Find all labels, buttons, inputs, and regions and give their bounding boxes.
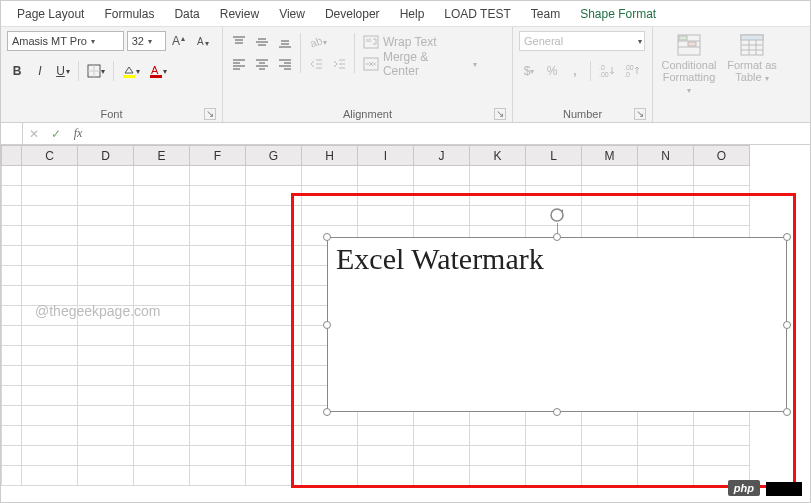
svg-text:▾: ▾ xyxy=(205,39,209,48)
textbox-shape[interactable]: Excel Watermark xyxy=(327,237,787,412)
resize-handle[interactable] xyxy=(323,321,331,329)
column-header[interactable]: G xyxy=(246,146,302,166)
tab-formulas[interactable]: Formulas xyxy=(94,3,164,26)
formula-bar: ✕ ✓ fx xyxy=(1,123,810,145)
svg-rect-49 xyxy=(688,42,696,46)
fx-icon[interactable]: fx xyxy=(67,126,89,141)
svg-text:A: A xyxy=(172,34,180,48)
svg-rect-48 xyxy=(679,36,687,40)
column-header[interactable]: K xyxy=(470,146,526,166)
resize-handle[interactable] xyxy=(783,408,791,416)
borders-button[interactable]: ▾ xyxy=(84,61,108,81)
bold-button[interactable]: B xyxy=(7,61,27,81)
conditional-formatting-icon xyxy=(676,33,702,57)
watermark-text: @thegeekpage.com xyxy=(35,303,161,319)
svg-text:ab: ab xyxy=(309,35,323,49)
align-center-button[interactable] xyxy=(252,54,272,74)
black-badge xyxy=(766,482,802,496)
tab-page-layout[interactable]: Page Layout xyxy=(7,3,94,26)
tab-data[interactable]: Data xyxy=(164,3,209,26)
font-size-dropdown[interactable]: 32 ▾ xyxy=(127,31,167,51)
svg-text:▴: ▴ xyxy=(181,34,185,43)
column-header[interactable]: D xyxy=(78,146,134,166)
tab-view[interactable]: View xyxy=(269,3,315,26)
font-color-button[interactable]: A▾ xyxy=(146,61,170,81)
increase-font-size-button[interactable]: A▴ xyxy=(169,31,191,51)
resize-handle[interactable] xyxy=(783,321,791,329)
alignment-group-label: Alignment ↘ xyxy=(229,106,506,120)
resize-handle[interactable] xyxy=(783,233,791,241)
number-dialog-launcher[interactable]: ↘ xyxy=(634,108,646,120)
tab-team[interactable]: Team xyxy=(521,3,570,26)
svg-text:.0: .0 xyxy=(624,71,630,78)
column-header[interactable]: I xyxy=(358,146,414,166)
format-as-table-button[interactable]: Format asTable ▾ xyxy=(722,31,782,86)
ribbon: Amasis MT Pro ▾ 32 ▾ A▴ A▾ B I U▾ xyxy=(1,27,810,123)
column-header[interactable]: C xyxy=(22,146,78,166)
tab-review[interactable]: Review xyxy=(210,3,269,26)
svg-text:A: A xyxy=(197,36,204,47)
column-header[interactable]: F xyxy=(190,146,246,166)
alignment-dialog-launcher[interactable]: ↘ xyxy=(494,108,506,120)
formula-input[interactable] xyxy=(89,123,810,144)
resize-handle[interactable] xyxy=(323,233,331,241)
column-header[interactable]: E xyxy=(134,146,190,166)
resize-handle[interactable] xyxy=(553,408,561,416)
svg-rect-9 xyxy=(150,75,162,78)
align-middle-button[interactable] xyxy=(252,32,272,52)
cancel-formula-icon: ✕ xyxy=(23,127,45,141)
font-name-dropdown[interactable]: Amasis MT Pro ▾ xyxy=(7,31,124,51)
italic-button[interactable]: I xyxy=(30,61,50,81)
number-group-label: Number ↘ xyxy=(519,106,646,120)
comma-format-button[interactable]: , xyxy=(565,61,585,81)
percent-format-button[interactable]: % xyxy=(542,61,562,81)
svg-text:ab: ab xyxy=(366,37,372,43)
column-header[interactable]: M xyxy=(582,146,638,166)
decrease-indent-button[interactable] xyxy=(306,54,326,74)
fill-color-button[interactable]: ▾ xyxy=(119,61,143,81)
format-as-table-icon xyxy=(739,33,765,57)
svg-rect-51 xyxy=(741,35,763,40)
align-left-button[interactable] xyxy=(229,54,249,74)
font-size-value: 32 xyxy=(132,35,144,47)
accounting-format-button[interactable]: $▾ xyxy=(519,61,539,81)
wrap-text-button[interactable]: ab Wrap Text xyxy=(360,32,480,52)
align-top-button[interactable] xyxy=(229,32,249,52)
column-header[interactable]: J xyxy=(414,146,470,166)
tab-shape-format[interactable]: Shape Format xyxy=(570,3,666,26)
column-header[interactable]: O xyxy=(694,146,750,166)
tab-help[interactable]: Help xyxy=(390,3,435,26)
resize-handle[interactable] xyxy=(553,233,561,241)
decrease-font-size-button[interactable]: A▾ xyxy=(194,31,216,51)
column-header[interactable]: N xyxy=(638,146,694,166)
align-right-button[interactable] xyxy=(275,54,295,74)
chevron-down-icon: ▾ xyxy=(91,37,95,46)
svg-rect-7 xyxy=(123,75,135,78)
column-header[interactable]: H xyxy=(302,146,358,166)
underline-button[interactable]: U▾ xyxy=(53,61,73,81)
tab-developer[interactable]: Developer xyxy=(315,3,390,26)
svg-text:.00: .00 xyxy=(599,71,609,78)
conditional-formatting-button[interactable]: ConditionalFormatting ▾ xyxy=(659,31,719,98)
php-badge: php xyxy=(728,480,760,496)
name-box[interactable] xyxy=(1,123,23,144)
shape-text[interactable]: Excel Watermark xyxy=(328,238,786,280)
decrease-decimal-button[interactable]: .00.0 xyxy=(621,61,643,81)
resize-handle[interactable] xyxy=(323,408,331,416)
rotate-handle-icon[interactable] xyxy=(549,207,565,223)
column-header[interactable]: L xyxy=(526,146,582,166)
font-dialog-launcher[interactable]: ↘ xyxy=(204,108,216,120)
enter-formula-icon[interactable]: ✓ xyxy=(45,127,67,141)
number-format-dropdown[interactable]: General ▾ xyxy=(519,31,645,51)
ribbon-tabs: Page Layout Formulas Data Review View De… xyxy=(1,1,810,27)
select-all-corner[interactable] xyxy=(2,146,22,166)
orientation-button[interactable]: ab▾ xyxy=(306,32,330,52)
chevron-down-icon: ▾ xyxy=(148,37,152,46)
increase-indent-button[interactable] xyxy=(329,54,349,74)
align-bottom-button[interactable] xyxy=(275,32,295,52)
tab-load-test[interactable]: LOAD TEST xyxy=(434,3,520,26)
svg-text:.0: .0 xyxy=(599,64,605,71)
merge-center-button[interactable]: Merge & Center▾ xyxy=(360,54,480,74)
increase-decimal-button[interactable]: .0.00 xyxy=(596,61,618,81)
worksheet-grid[interactable]: C D E F G H I J K L M N O /*rows generat… xyxy=(1,145,810,502)
